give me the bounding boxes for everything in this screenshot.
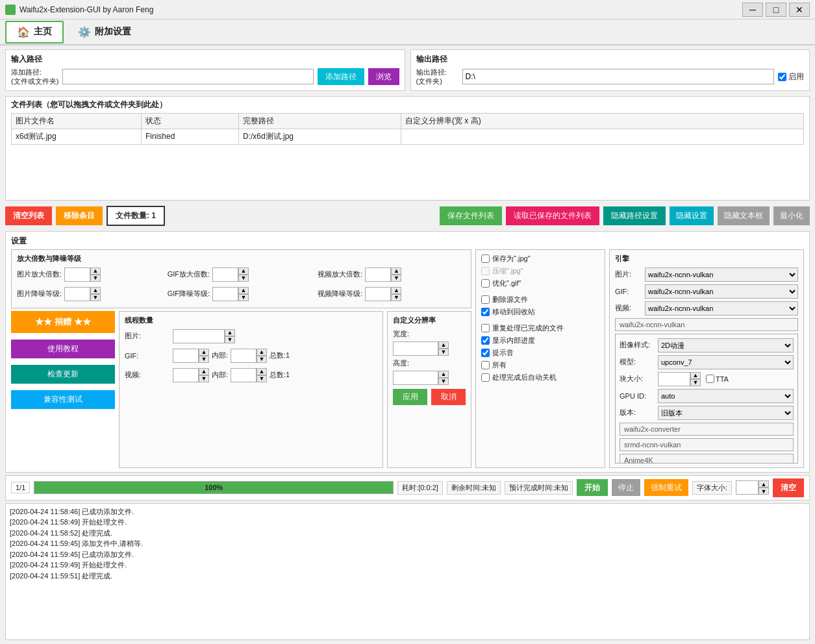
gif-inner-down[interactable]: ▼ bbox=[257, 356, 267, 363]
remove-item-button[interactable]: 移除条目 bbox=[56, 206, 103, 225]
srmd-option[interactable]: srmd-ncnn-vulkan bbox=[620, 438, 794, 451]
force-restart-button[interactable]: 强制重试 bbox=[644, 479, 688, 496]
save-jpg-checkbox[interactable] bbox=[481, 254, 490, 263]
all-checkbox[interactable] bbox=[481, 361, 490, 369]
width-down[interactable]: ▼ bbox=[438, 349, 449, 356]
video-thread-down[interactable]: ▼ bbox=[199, 375, 209, 382]
video-noise-input[interactable]: 2 bbox=[365, 287, 391, 301]
clear-log-button[interactable]: 清空 bbox=[773, 478, 804, 497]
stop-button[interactable]: 停止 bbox=[612, 479, 640, 496]
gif-noise-up[interactable]: ▲ bbox=[238, 287, 249, 294]
block-size-up[interactable]: ▲ bbox=[690, 372, 701, 379]
img-noise-input[interactable]: 3 bbox=[64, 287, 90, 301]
video-scale-up[interactable]: ▲ bbox=[391, 267, 401, 275]
clear-list-button[interactable]: 清空列表 bbox=[5, 206, 52, 225]
move-to-trash-checkbox[interactable] bbox=[481, 308, 490, 316]
tutorial-button[interactable]: 使用教程 bbox=[11, 340, 115, 358]
reprocess-checkbox[interactable] bbox=[481, 324, 490, 332]
video-noise-down[interactable]: ▼ bbox=[391, 294, 401, 301]
hide-text-button[interactable]: 隐藏文本框 bbox=[718, 206, 770, 225]
video-thread-up[interactable]: ▲ bbox=[199, 368, 209, 375]
engine-gif-select[interactable]: waifu2x-ncnn-vulkan bbox=[645, 284, 798, 299]
gif-inner-input[interactable]: 1 bbox=[231, 349, 257, 363]
block-size-spinner: 200 ▲ ▼ bbox=[658, 372, 701, 386]
block-size-input[interactable]: 200 bbox=[658, 372, 690, 386]
output-path-field[interactable] bbox=[462, 69, 775, 84]
gif-thread-up[interactable]: ▲ bbox=[199, 349, 209, 356]
hide-settings-button[interactable]: 隐藏设置 bbox=[670, 206, 714, 225]
load-list-button[interactable]: 读取已保存的文件列表 bbox=[506, 206, 599, 225]
video-inner-input[interactable]: 1 bbox=[231, 368, 257, 382]
block-size-down[interactable]: ▼ bbox=[690, 379, 701, 386]
gif-scale-down[interactable]: ▼ bbox=[238, 275, 249, 282]
height-up[interactable]: ▲ bbox=[438, 371, 449, 378]
hide-path-button[interactable]: 隐藏路径设置 bbox=[603, 206, 666, 225]
model-select[interactable]: upconv_7 bbox=[658, 355, 794, 369]
img-noise-down[interactable]: ▼ bbox=[90, 294, 101, 301]
version-select[interactable]: 旧版本 bbox=[658, 406, 794, 420]
gpu-id-select[interactable]: auto bbox=[658, 389, 794, 403]
video-thread-input[interactable]: 1 bbox=[173, 368, 199, 382]
video-noise-up[interactable]: ▲ bbox=[391, 287, 401, 294]
donate-button[interactable]: ★★ 捐赠 ★★ bbox=[11, 311, 115, 333]
img-thread-input[interactable]: 1 bbox=[173, 329, 225, 343]
video-inner-down[interactable]: ▼ bbox=[257, 375, 267, 382]
show-progress-checkbox[interactable] bbox=[481, 336, 490, 345]
image-style-select[interactable]: 2D动漫 bbox=[658, 338, 794, 353]
font-size-up[interactable]: ▲ bbox=[759, 480, 769, 488]
browse-button[interactable]: 浏览 bbox=[368, 68, 399, 85]
img-scale-input[interactable]: 3 bbox=[64, 267, 90, 282]
img-scale-down[interactable]: ▼ bbox=[90, 275, 101, 282]
sound-checkbox[interactable] bbox=[481, 349, 490, 357]
scale-noise-panel: 放大倍数与降噪等级 图片放大倍数: 3 ▲ ▼ bbox=[11, 249, 471, 308]
enable-output-checkbox[interactable]: 启用 bbox=[778, 71, 804, 82]
all-row: 所有 bbox=[481, 360, 599, 370]
converter-option[interactable]: waifu2x-converter bbox=[620, 423, 794, 436]
gif-inner-up[interactable]: ▲ bbox=[257, 349, 267, 356]
save-list-button[interactable]: 保存文件列表 bbox=[440, 206, 502, 225]
video-inner-up[interactable]: ▲ bbox=[257, 368, 267, 375]
log-line: [2020-04-24 11:58:49] 开始处理文件. bbox=[10, 517, 805, 528]
height-down[interactable]: ▼ bbox=[438, 378, 449, 385]
compat-test-button[interactable]: 兼容性测试 bbox=[11, 390, 115, 409]
height-input[interactable]: 1400 bbox=[393, 371, 438, 385]
cancel-button[interactable]: 取消 bbox=[431, 389, 466, 405]
input-path-field[interactable] bbox=[62, 69, 313, 84]
width-input[interactable]: 2560 bbox=[393, 341, 438, 356]
img-scale-up[interactable]: ▲ bbox=[90, 267, 101, 275]
img-thread-down[interactable]: ▼ bbox=[225, 336, 235, 343]
add-path-button[interactable]: 添加路径 bbox=[318, 68, 364, 85]
settings-section: 设置 放大倍数与降噪等级 图片放大倍数: 3 ▲ bbox=[5, 231, 810, 473]
tta-row[interactable]: TTA bbox=[706, 375, 729, 383]
img-thread-up[interactable]: ▲ bbox=[225, 329, 235, 336]
start-button[interactable]: 开始 bbox=[577, 479, 608, 496]
gif-thread-down[interactable]: ▼ bbox=[199, 356, 209, 363]
engine-img-select[interactable]: waifu2x-ncnn-vulkan bbox=[645, 267, 798, 282]
gif-scale-up[interactable]: ▲ bbox=[238, 267, 249, 275]
width-up[interactable]: ▲ bbox=[438, 341, 449, 349]
check-update-button[interactable]: 检查更新 bbox=[11, 365, 115, 384]
video-scale-down[interactable]: ▼ bbox=[391, 275, 401, 282]
video-scale-input[interactable]: 2 bbox=[365, 267, 391, 282]
close-btn[interactable]: ✕ bbox=[789, 3, 810, 17]
gif-thread-input[interactable]: 1 bbox=[173, 349, 199, 363]
minimize-button[interactable]: 最小化 bbox=[773, 206, 810, 225]
tab-settings[interactable]: ⚙️ 附加设置 bbox=[66, 21, 143, 43]
tab-home[interactable]: 🏠 主页 bbox=[5, 21, 64, 43]
optimize-gif-checkbox[interactable] bbox=[481, 279, 490, 288]
gif-noise-input[interactable]: 2 bbox=[212, 287, 238, 301]
engine-video-select[interactable]: waifu2x-ncnn-vulkan bbox=[645, 301, 798, 316]
gif-scale-input[interactable]: 2 bbox=[212, 267, 238, 282]
font-size-input[interactable]: 9 bbox=[736, 480, 759, 495]
font-size-down[interactable]: ▼ bbox=[759, 488, 769, 495]
anime4k-option[interactable]: Anime4K bbox=[620, 454, 794, 464]
gif-noise-down[interactable]: ▼ bbox=[238, 294, 249, 301]
delete-source-checkbox[interactable] bbox=[481, 295, 490, 304]
apply-button[interactable]: 应用 bbox=[393, 389, 427, 405]
img-noise-up[interactable]: ▲ bbox=[90, 287, 101, 294]
tta-checkbox[interactable] bbox=[706, 375, 714, 383]
auto-shutdown-checkbox[interactable] bbox=[481, 373, 490, 382]
maximize-btn[interactable]: □ bbox=[766, 3, 786, 17]
minimize-btn[interactable]: ─ bbox=[742, 3, 763, 17]
compress-jpg-checkbox[interactable] bbox=[481, 267, 490, 275]
